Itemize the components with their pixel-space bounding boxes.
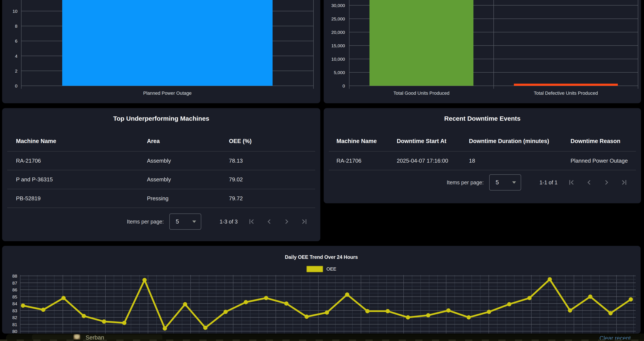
svg-text:30,000: 30,000 xyxy=(331,3,345,8)
first-page-button[interactable] xyxy=(247,217,256,226)
svg-text:81: 81 xyxy=(12,322,17,327)
last-page-button[interactable] xyxy=(300,217,309,226)
cell-downtime-duration: 18 xyxy=(469,158,475,164)
svg-text:82: 82 xyxy=(12,315,17,320)
cell-area: Assembly xyxy=(147,158,171,164)
background-menu-row xyxy=(0,340,644,341)
divider xyxy=(329,170,636,170)
underperforming-machines-card: Top Underperforming Machines Machine Nam… xyxy=(2,108,320,241)
svg-text:85: 85 xyxy=(12,294,17,299)
previous-page-button[interactable] xyxy=(264,217,274,226)
downtime-by-reason-chart: 0246810Planned Power Outage xyxy=(2,0,320,103)
cell-area: Assembly xyxy=(147,176,171,183)
col-downtime-start: Downtime Start At xyxy=(397,138,446,145)
svg-text:8: 8 xyxy=(15,24,18,28)
svg-text:86: 86 xyxy=(12,287,17,292)
cell-downtime-reason: Planned Power Outage xyxy=(570,158,628,164)
col-downtime-reason: Downtime Reason xyxy=(570,138,620,145)
paginator: Items per page: 5 1-1 of 1 xyxy=(447,174,629,191)
cell-machine-name: RA-21706 xyxy=(16,158,41,164)
divider xyxy=(7,208,315,208)
range-label: 1-3 of 3 xyxy=(220,219,238,225)
svg-text:87: 87 xyxy=(12,281,17,286)
svg-text:84: 84 xyxy=(12,301,18,306)
legend-label: OEE xyxy=(326,266,336,272)
svg-text:10: 10 xyxy=(12,9,18,14)
svg-text:2: 2 xyxy=(15,68,18,73)
cell-machine-name: PB-52819 xyxy=(16,195,41,202)
oee-trend-card: Daily OEE Trend Over 24 Hours OEE 888786… xyxy=(2,246,640,334)
previous-page-icon xyxy=(265,218,273,226)
col-machine-name: Machine Name xyxy=(336,138,377,145)
svg-text:80: 80 xyxy=(12,329,17,334)
svg-text:6: 6 xyxy=(15,38,18,43)
cell-area: Pressing xyxy=(147,195,168,202)
range-label: 1-1 of 1 xyxy=(540,179,558,186)
dashboard: Serban Clear recent 0246810Planned Power… xyxy=(0,0,644,341)
next-page-button[interactable] xyxy=(602,178,611,187)
next-page-icon xyxy=(282,218,291,226)
svg-text:Total Good Units Produced: Total Good Units Produced xyxy=(394,90,450,96)
page-size-value: 5 xyxy=(176,218,179,225)
cell-oee: 78.13 xyxy=(229,158,243,164)
paginator-nav xyxy=(247,217,309,226)
cell-oee: 79.02 xyxy=(229,176,243,183)
page-size-select[interactable]: 5 xyxy=(489,174,521,191)
divider xyxy=(7,151,315,152)
last-page-icon xyxy=(300,218,308,226)
page-size-value: 5 xyxy=(496,179,499,186)
items-per-page-label: Items per page: xyxy=(447,179,484,186)
divider xyxy=(329,151,636,152)
svg-text:15,000: 15,000 xyxy=(331,43,345,48)
svg-text:Total Defective Units Produced: Total Defective Units Produced xyxy=(534,90,598,96)
svg-text:4: 4 xyxy=(15,54,18,58)
svg-text:0: 0 xyxy=(15,83,18,88)
next-page-icon xyxy=(602,178,610,186)
svg-text:88: 88 xyxy=(12,274,17,278)
svg-text:20,000: 20,000 xyxy=(331,30,345,35)
oee-trend-chart: 888786858483828180 xyxy=(2,246,640,334)
production-units-chart: 05,00010,00015,00020,00025,00030,000Tota… xyxy=(324,0,641,103)
card-title: Top Underperforming Machines xyxy=(2,115,320,122)
items-per-page-label: Items per page: xyxy=(127,219,164,225)
recent-downtime-events-card: Recent Downtime Events Machine Name Down… xyxy=(324,108,641,203)
first-page-icon xyxy=(248,218,256,226)
oee-legend-swatch-icon xyxy=(306,266,323,272)
previous-page-button[interactable] xyxy=(584,178,594,187)
paginator-nav xyxy=(567,178,629,187)
cell-downtime-start: 2025-04-07 17:16:00 xyxy=(397,158,448,164)
svg-text:83: 83 xyxy=(12,308,17,313)
svg-text:0: 0 xyxy=(342,83,345,88)
svg-text:Planned Power Outage: Planned Power Outage xyxy=(143,90,192,96)
triangle-down-icon xyxy=(512,181,516,184)
cell-oee: 79.72 xyxy=(229,195,243,202)
card-title: Recent Downtime Events xyxy=(324,115,641,122)
col-area: Area xyxy=(147,138,160,145)
cell-machine-name: RA-21706 xyxy=(336,158,362,164)
page-size-select[interactable]: 5 xyxy=(169,214,201,230)
last-page-button[interactable] xyxy=(619,178,629,187)
paginator: Items per page: 5 1-3 of 3 xyxy=(127,213,309,230)
col-oee: OEE (%) xyxy=(229,138,252,145)
divider xyxy=(7,189,315,189)
svg-text:5,000: 5,000 xyxy=(334,70,345,75)
cell-machine-name: P and P-36315 xyxy=(16,176,53,183)
col-downtime-duration: Downtime Duration (minutes) xyxy=(469,138,549,145)
first-page-icon xyxy=(568,178,576,186)
last-page-icon xyxy=(620,178,628,186)
svg-text:10,000: 10,000 xyxy=(331,57,345,61)
triangle-down-icon xyxy=(192,221,196,223)
next-page-button[interactable] xyxy=(282,217,291,226)
svg-text:25,000: 25,000 xyxy=(331,16,345,21)
divider xyxy=(7,170,315,170)
col-machine-name: Machine Name xyxy=(16,138,56,145)
previous-page-icon xyxy=(585,178,593,186)
chart-legend: OEE xyxy=(2,266,640,272)
first-page-button[interactable] xyxy=(567,178,576,187)
